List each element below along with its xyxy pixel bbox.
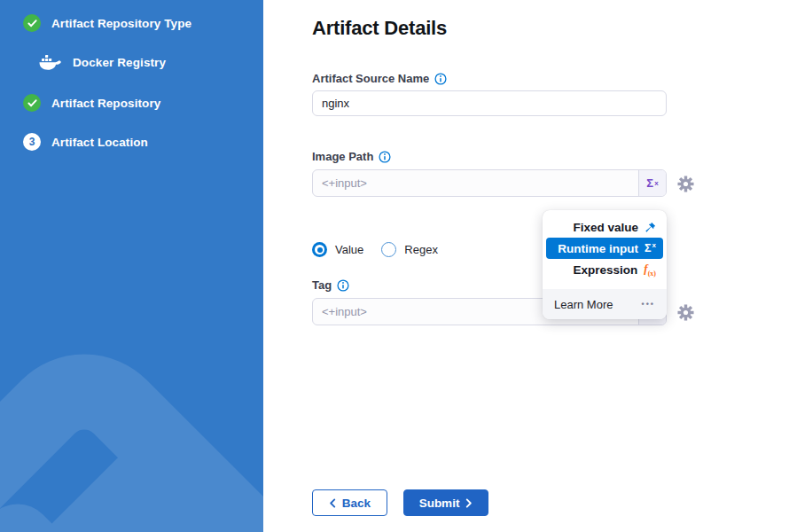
- chevron-right-icon: [465, 498, 473, 508]
- menu-item-runtime-input[interactable]: Runtime input Σx: [546, 238, 663, 259]
- sidebar-step-artifact-location[interactable]: 3 Artifact Location: [23, 133, 148, 151]
- step-number-badge: 3: [23, 133, 41, 151]
- check-icon: [23, 94, 41, 112]
- fx-icon: f(x): [644, 262, 656, 278]
- docker-icon: [39, 54, 62, 71]
- wizard-sidebar: Artifact Repository Type Docker Registry…: [0, 0, 263, 532]
- radio-regex[interactable]: Regex: [381, 242, 438, 257]
- more-options-icon[interactable]: •••: [642, 300, 655, 309]
- sidebar-step-artifact-repository[interactable]: Artifact Repository: [23, 94, 160, 112]
- radio-selected-icon: [312, 242, 327, 257]
- field-label: Tag: [312, 278, 332, 292]
- check-icon: [23, 14, 41, 32]
- pin-icon: [644, 222, 656, 233]
- step-label: Artifact Repository Type: [51, 17, 191, 30]
- artifact-details-panel: Artifact Details Artifact Source Name Im…: [263, 0, 789, 532]
- source-name-label-row: Artifact Source Name: [312, 72, 447, 85]
- back-button[interactable]: Back: [312, 489, 387, 516]
- dropdown-footer: Learn More •••: [543, 289, 667, 319]
- sidebar-substep-docker-registry[interactable]: Docker Registry: [39, 53, 166, 71]
- tag-match-radio-group: Value Regex: [312, 242, 438, 257]
- image-path-input[interactable]: [313, 170, 638, 196]
- step-label: Artifact Repository: [51, 97, 160, 110]
- harness-logo-watermark: [0, 0, 263, 532]
- learn-more-link[interactable]: Learn More: [554, 298, 613, 311]
- tag-settings-gear-icon[interactable]: [676, 303, 694, 321]
- radio-value[interactable]: Value: [312, 242, 363, 257]
- input-type-dropdown-menu: Fixed value Runtime input Σx Expression …: [543, 210, 667, 319]
- info-icon[interactable]: [337, 279, 349, 292]
- info-icon[interactable]: [379, 151, 391, 163]
- sidebar-step-artifact-repository-type[interactable]: Artifact Repository Type: [23, 14, 191, 32]
- menu-item-fixed-value[interactable]: Fixed value: [546, 216, 663, 238]
- tag-label-row: Tag: [312, 278, 349, 292]
- field-label: Image Path: [312, 150, 373, 163]
- radio-unselected-icon: [381, 242, 396, 257]
- submit-button[interactable]: Submit: [403, 489, 488, 516]
- image-path-settings-gear-icon[interactable]: [676, 175, 694, 192]
- image-path-input-group: Σx: [312, 169, 667, 197]
- field-label: Artifact Source Name: [312, 72, 429, 85]
- page-title: Artifact Details: [312, 17, 447, 40]
- step-label: Artifact Location: [51, 136, 148, 149]
- chevron-left-icon: [329, 498, 336, 508]
- substep-label: Docker Registry: [73, 56, 166, 69]
- image-path-label-row: Image Path: [312, 150, 391, 163]
- runtime-input-type-button[interactable]: Σx: [638, 170, 666, 196]
- source-name-input[interactable]: [312, 90, 667, 116]
- menu-item-expression[interactable]: Expression f(x): [546, 259, 663, 280]
- sigma-icon: Σx: [644, 241, 656, 254]
- info-icon[interactable]: [434, 73, 447, 85]
